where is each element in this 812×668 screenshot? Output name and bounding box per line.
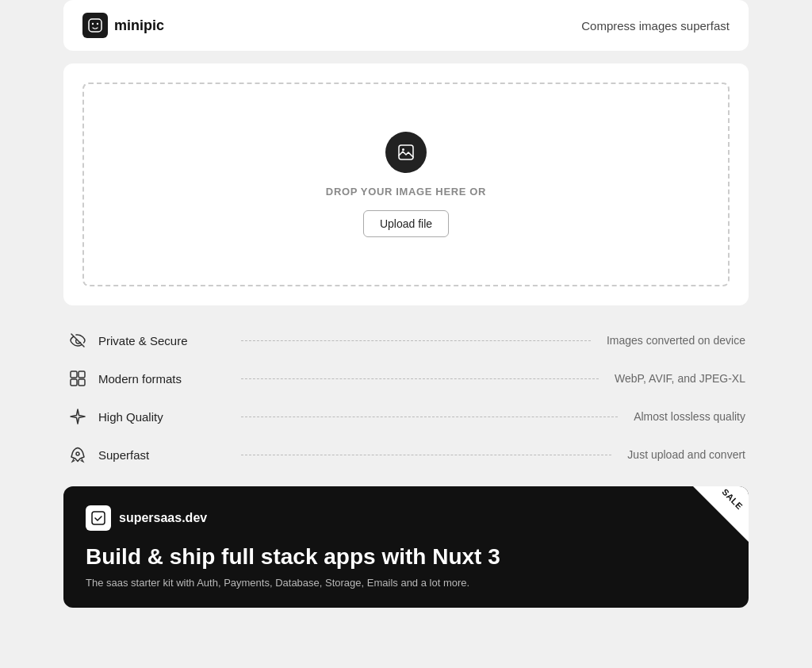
feature-dots-quality [241,417,618,417]
minipic-logo-icon [82,13,108,38]
header-tagline: Compress images superfast [581,19,730,33]
feature-name-private: Private & Secure [98,334,225,347]
sparkle-icon [67,405,89,428]
dropzone-icon [385,132,427,173]
rocket-icon [67,443,89,466]
banner-subtitle: The saas starter kit with Auth, Payments… [86,577,726,589]
feature-desc-formats: WebP, AVIF, and JPEG-XL [615,372,745,385]
page-wrapper: minipic Compress images superfast DROP Y… [0,0,812,668]
dropzone-card: DROP YOUR IMAGE HERE OR Upload file [63,63,749,305]
feature-row-private: Private & Secure Images converted on dev… [63,321,749,359]
feature-row-formats: Modern formats WebP, AVIF, and JPEG-XL [63,359,749,397]
feature-desc-speed: Just upload and convert [627,448,745,461]
svg-rect-5 [71,371,77,378]
feature-desc-quality: Almost lossless quality [634,410,745,423]
banner-title: Build & ship full stack apps with Nuxt 3 [86,543,726,570]
feature-name-quality: High Quality [98,410,225,424]
supersaas-logo-icon [86,505,111,531]
svg-point-9 [76,452,79,455]
svg-rect-0 [89,19,102,32]
svg-rect-6 [79,371,85,378]
banner-brand-text: supersaas.dev [119,511,207,525]
svg-point-2 [97,23,98,25]
eye-off-icon [67,329,89,351]
dropzone-area[interactable]: DROP YOUR IMAGE HERE OR Upload file [82,83,730,286]
logo-text: minipic [114,17,164,34]
svg-point-4 [402,148,404,151]
feature-dots-speed [241,455,611,455]
feature-name-formats: Modern formats [98,372,225,386]
banner[interactable]: SALE supersaas.dev Build & ship full sta… [63,486,749,608]
feature-dots-formats [241,378,599,379]
svg-point-1 [92,23,94,25]
header-card: minipic Compress images superfast [63,0,749,51]
dropzone-label: DROP YOUR IMAGE HERE OR [326,186,486,198]
grid-icon [67,367,89,390]
logo-area: minipic [82,13,164,38]
upload-button[interactable]: Upload file [363,210,449,237]
svg-rect-10 [92,512,105,524]
features-list: Private & Secure Images converted on dev… [63,321,749,474]
svg-rect-7 [71,379,77,386]
feature-name-speed: Superfast [98,448,225,462]
svg-rect-8 [79,379,85,386]
feature-desc-private: Images converted on device [607,334,745,347]
feature-row-speed: Superfast Just upload and convert [63,436,749,474]
svg-rect-3 [399,145,413,159]
feature-dots-private [241,340,591,341]
feature-row-quality: High Quality Almost lossless quality [63,397,749,436]
banner-header: supersaas.dev [86,505,726,531]
